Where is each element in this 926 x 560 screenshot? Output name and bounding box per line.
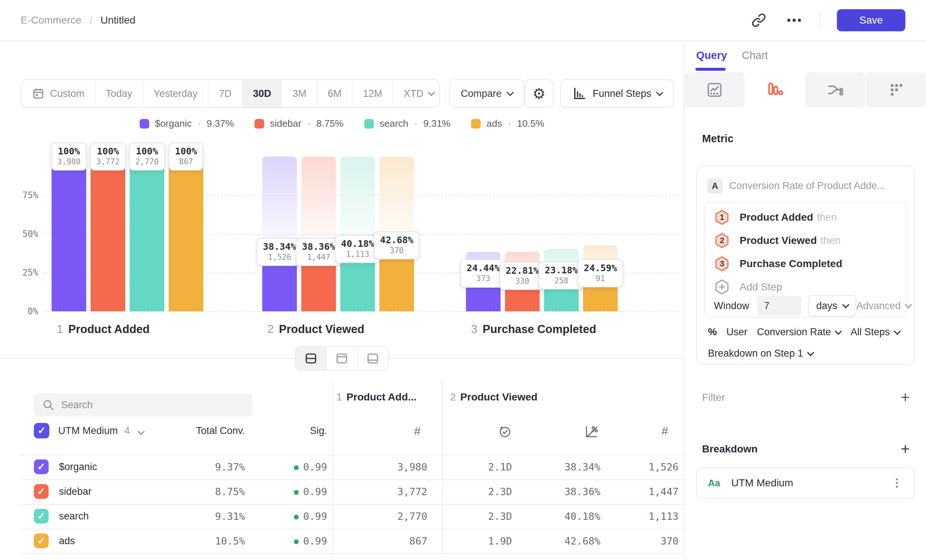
metric-series-badge: A xyxy=(707,178,723,194)
bar-value-label: 100%867 xyxy=(169,142,203,171)
count-column-icon[interactable]: # xyxy=(661,424,668,438)
save-button[interactable]: Save xyxy=(837,9,905,31)
row-total-conversion: 10.5% xyxy=(215,535,245,547)
page-title[interactable]: Untitled xyxy=(101,14,136,26)
step-then-suffix: then xyxy=(821,235,841,246)
breakdown-on-step-dropdown[interactable]: Breakdown on Step 1 xyxy=(708,348,813,359)
window-unit-dropdown[interactable]: days xyxy=(808,295,856,316)
add-step-button[interactable]: Add Step xyxy=(714,279,782,295)
metric-series-name[interactable]: Conversion Rate of Product Adde... xyxy=(729,180,885,192)
bar-value-label: 100%3,980 xyxy=(51,142,86,171)
chevron-down-icon xyxy=(894,327,901,335)
conversion-window-row: Window days Advanced xyxy=(714,295,899,316)
more-menu-icon[interactable] xyxy=(785,11,804,30)
conversion-rate-icon[interactable] xyxy=(583,424,598,440)
row-step2-time: 2.3D xyxy=(488,486,512,497)
step-name: Product Added xyxy=(68,323,150,336)
add-breakdown-button[interactable]: + xyxy=(900,441,910,457)
funnels-report-tab-active[interactable] xyxy=(745,72,805,107)
step-event-name: Product Viewed xyxy=(740,235,817,246)
row-segment-name: search xyxy=(59,511,89,522)
breadcrumb-board-link[interactable]: E-Commerce xyxy=(21,14,82,26)
y-axis-tick-25: 25% xyxy=(10,268,38,278)
retention-report-tab[interactable] xyxy=(866,72,926,107)
copy-link-icon[interactable] xyxy=(749,11,769,30)
funnel-report-app: E-Commerce / Untitled Save CustomTodayYe… xyxy=(0,0,926,560)
row-divider xyxy=(21,553,683,554)
chart-only-view-button[interactable] xyxy=(327,347,358,370)
add-filter-button[interactable]: + xyxy=(900,390,910,405)
bar-pct-label: 42.68% xyxy=(380,235,413,246)
chevron-down-icon xyxy=(138,428,145,435)
metric-section-title: Metric xyxy=(702,133,733,145)
funnel-bar-ads-step1[interactable] xyxy=(169,157,203,311)
breakdown-item[interactable]: Aa UTM Medium xyxy=(696,467,915,499)
bar-pct-label: 100% xyxy=(96,146,120,157)
table-step1-header[interactable]: 1Product Add... xyxy=(336,391,417,403)
insights-report-tab[interactable] xyxy=(685,72,745,107)
breakdown-options-kebab-icon[interactable] xyxy=(891,477,903,489)
funnel-bar-organic-step1[interactable] xyxy=(51,157,86,311)
group-column-count: 4 xyxy=(124,425,130,436)
top-bar-divider xyxy=(820,11,821,29)
row-total-conversion: 9.37% xyxy=(215,461,245,473)
bar-count-label: 1,113 xyxy=(341,250,374,259)
bar-pct-label: 100% xyxy=(175,146,197,157)
window-value-input[interactable] xyxy=(757,296,802,316)
count-column-icon[interactable]: # xyxy=(414,424,421,438)
row-checkbox[interactable]: ✓ xyxy=(34,533,48,548)
chart-step-label-3: 3Purchase Completed xyxy=(471,323,596,336)
bar-value-label: 100%3,772 xyxy=(90,142,126,171)
query-step-2[interactable]: 2Product Viewedthen xyxy=(714,233,841,249)
row-segment-name: sidebar xyxy=(59,486,92,497)
row-step2-count: 1,113 xyxy=(649,511,678,522)
tab-query[interactable]: Query xyxy=(696,49,727,62)
table-row-organic[interactable]: ✓$organic9.37%0.993,9802.1D38.34%1,526 xyxy=(0,455,684,479)
counting-entity-dropdown[interactable]: User xyxy=(726,327,747,338)
chevron-down-icon xyxy=(835,327,842,335)
row-checkbox[interactable]: ✓ xyxy=(34,509,48,524)
measurement-dropdown[interactable]: Conversion Rate xyxy=(757,327,841,338)
bar-pct-label: 24.44% xyxy=(467,263,500,274)
query-step-1[interactable]: 1Product Addedthen xyxy=(714,209,837,226)
bar-pct-label: 38.34% xyxy=(263,241,296,252)
step-number: 3 xyxy=(471,323,477,336)
step-event-name: Purchase Completed xyxy=(740,258,843,269)
row-checkbox[interactable]: ✓ xyxy=(34,484,48,499)
time-to-convert-icon[interactable] xyxy=(498,424,512,440)
significance-dot xyxy=(294,539,299,544)
report-canvas: CustomTodayYesterday7D30D3M6M12MXTD Comp… xyxy=(0,41,684,560)
flows-report-tab[interactable] xyxy=(805,72,865,107)
group-column-header[interactable]: UTM Medium 4 xyxy=(58,425,144,437)
bar-pct-label: 100% xyxy=(135,146,158,157)
split-view-button[interactable] xyxy=(296,347,327,370)
table-row-ads[interactable]: ✓ads10.5%0.998671.9D42.68%370 xyxy=(0,529,684,553)
breadcrumb: E-Commerce / Untitled xyxy=(21,14,136,26)
table-row-sidebar[interactable]: ✓sidebar8.75%0.993,7722.3D38.36%1,447 xyxy=(0,479,684,504)
funnel-bar-sidebar-step1[interactable] xyxy=(91,157,125,311)
total-conv-column-header[interactable]: Total Conv. xyxy=(196,425,245,437)
row-total-conversion: 8.75% xyxy=(215,486,245,497)
sig-column-header[interactable]: Sig. xyxy=(310,425,327,437)
table-search xyxy=(34,394,253,416)
query-step-3[interactable]: 3Purchase Completed xyxy=(714,256,843,272)
select-all-checkbox[interactable]: ✓ xyxy=(34,423,49,439)
advanced-toggle[interactable]: Advanced xyxy=(856,300,911,312)
steps-scope-dropdown[interactable]: All Steps xyxy=(850,327,900,338)
search-input[interactable] xyxy=(61,399,245,411)
measurement-row: % User Conversion Rate All Steps xyxy=(708,327,900,338)
breakdown-section: Breakdown + xyxy=(702,441,910,457)
row-segment-name: $organic xyxy=(59,461,97,473)
funnel-chart: 75%50%25%0%100%3,980100%3,772100%2,77010… xyxy=(0,41,684,358)
tab-chart[interactable]: Chart xyxy=(742,49,768,62)
row-checkbox[interactable]: ✓ xyxy=(34,459,48,474)
table-row-search[interactable]: ✓search9.31%0.992,7702.3D40.18%1,113 xyxy=(0,504,684,529)
add-step-label: Add Step xyxy=(740,281,782,293)
bar-count-label: 1,526 xyxy=(263,252,296,262)
table-step2-header[interactable]: 2Product Viewed xyxy=(450,391,537,403)
table-only-view-button[interactable] xyxy=(358,347,388,370)
bar-value-label: 100%2,770 xyxy=(129,142,165,171)
step-label: Product Viewed xyxy=(460,391,538,403)
funnel-bar-search-step1[interactable] xyxy=(130,157,164,311)
row-significance: 0.99 xyxy=(294,461,327,473)
